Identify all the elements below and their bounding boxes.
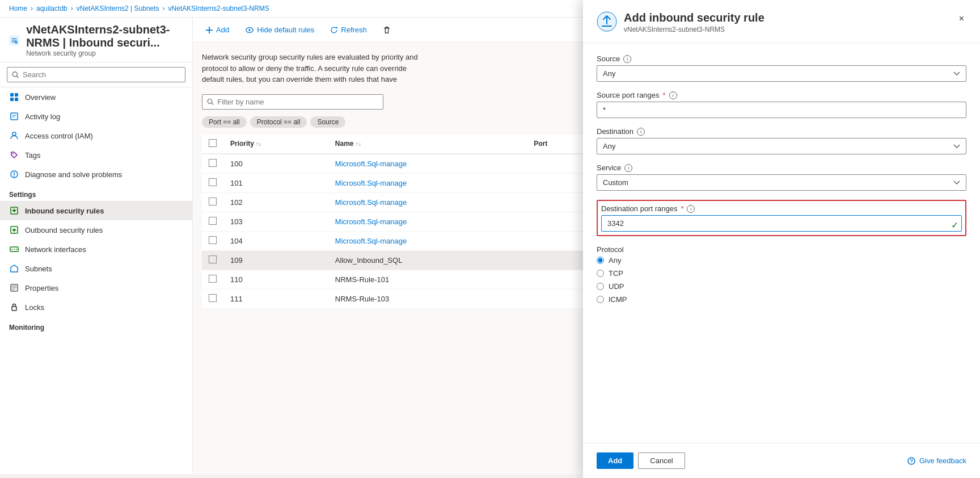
sidebar-item-network-interfaces[interactable]: Network interfaces [0, 240, 192, 259]
sidebar-item-label: Diagnose and solve problems [25, 170, 122, 179]
page-title: vNetAKSInterns2-subnet3-NRMS | Inbound s… [26, 23, 183, 49]
panel-body: Source i AnyIP AddressesService TagAppli… [583, 43, 980, 443]
sidebar-item-properties[interactable]: Properties [0, 278, 192, 297]
rule-name-link[interactable]: Microsoft.Sql-manage [335, 237, 407, 245]
feedback-icon [907, 456, 916, 466]
delete-button[interactable] [379, 24, 394, 36]
row-checkbox[interactable] [209, 275, 217, 283]
service-info-icon[interactable]: i [624, 164, 632, 172]
source-port-input[interactable] [597, 102, 966, 118]
filter-tag-port[interactable]: Port == all [202, 116, 247, 128]
row-checkbox[interactable] [209, 198, 217, 206]
priority-cell: 111 [223, 289, 328, 308]
delete-icon [383, 26, 391, 34]
sidebar-item-label: Outbound security rules [25, 226, 103, 234]
breadcrumb-subnet[interactable]: vNetAKSInterns2-subnet3-NRMS [168, 5, 269, 12]
svg-rect-5 [10, 98, 14, 101]
dest-port-input[interactable] [601, 215, 962, 232]
rule-name-link[interactable]: Microsoft.Sql-manage [335, 217, 407, 226]
svg-point-16 [16, 249, 17, 250]
sidebar-item-subnets[interactable]: Subnets [0, 259, 192, 278]
destination-info-icon[interactable]: i [637, 128, 645, 136]
give-feedback-link[interactable]: Give feedback [907, 456, 966, 466]
breadcrumb-home[interactable]: Home [9, 5, 27, 12]
tags-icon [9, 150, 19, 160]
select-all-checkbox[interactable] [209, 139, 217, 147]
protocol-tcp[interactable]: TCP [597, 269, 966, 278]
refresh-button[interactable]: Refresh [327, 23, 370, 36]
add-button[interactable]: Add [202, 23, 233, 36]
breadcrumb-resource-group[interactable]: aquilactdb [36, 5, 67, 12]
port-cell [527, 231, 590, 250]
sidebar-item-tags[interactable]: Tags [0, 145, 192, 165]
filter-input[interactable] [217, 98, 378, 106]
sidebar-item-label: Subnets [25, 265, 52, 273]
sidebar-item-outbound-security-rules[interactable]: Outbound security rules [0, 220, 192, 240]
sidebar-item-locks[interactable]: Locks [0, 297, 192, 317]
priority-header[interactable]: Priority ↑↓ [223, 135, 328, 154]
dest-port-form-group: Destination port ranges * i ✓ [597, 200, 966, 236]
source-port-label: Source port ranges [597, 91, 660, 99]
priority-cell: 101 [223, 173, 328, 192]
protocol-any[interactable]: Any [597, 256, 966, 265]
panel-icon [597, 11, 617, 32]
sidebar-item-label: Properties [25, 284, 58, 292]
search-icon [12, 71, 19, 79]
dest-port-info-icon[interactable]: i [687, 205, 695, 213]
sidebar-item-diagnose[interactable]: Diagnose and solve problems [0, 165, 192, 184]
row-checkbox[interactable] [209, 255, 217, 263]
filter-tag-protocol[interactable]: Protocol == all [250, 116, 307, 128]
row-checkbox[interactable] [209, 178, 217, 186]
service-form-group: Service i CustomHTTPHTTPSSSHRDPMS SQL [597, 163, 966, 191]
destination-label: Destination [597, 127, 633, 136]
row-checkbox[interactable] [209, 217, 217, 225]
destination-select[interactable]: AnyIP AddressesService TagApplication se… [597, 138, 966, 154]
row-checkbox[interactable] [209, 159, 217, 167]
panel-add-button[interactable]: Add [597, 452, 633, 469]
svg-point-15 [14, 249, 15, 250]
svg-point-20 [248, 29, 251, 31]
svg-point-24 [911, 462, 911, 463]
sidebar-item-inbound-security-rules[interactable]: Inbound security rules [0, 201, 192, 220]
sidebar-item-access-control[interactable]: Access control (IAM) [0, 126, 192, 145]
refresh-icon [330, 26, 338, 34]
svg-point-8 [12, 132, 16, 136]
dest-port-required: * [681, 204, 683, 213]
hide-default-rules-button[interactable]: Hide default rules [242, 23, 318, 36]
feedback-label: Give feedback [919, 456, 966, 465]
rule-name-link[interactable]: Microsoft.Sql-manage [335, 198, 407, 207]
name-header[interactable]: Name ↑↓ [328, 135, 527, 154]
sidebar-item-overview[interactable]: Overview [0, 87, 192, 107]
rule-name-link[interactable]: Microsoft.Sql-manage [335, 160, 407, 168]
page-subtitle: Network security group [26, 49, 183, 57]
name-cell[interactable]: Microsoft.Sql-manage [328, 192, 527, 212]
priority-cell: 109 [223, 250, 328, 270]
panel-close-button[interactable]: × [957, 11, 966, 26]
source-select[interactable]: AnyIP AddressesService TagApplication se… [597, 65, 966, 82]
name-cell[interactable]: Microsoft.Sql-manage [328, 154, 527, 174]
protocol-form-group: Protocol Any TCP UDP ICMP [597, 245, 966, 304]
source-port-info-icon[interactable]: i [669, 91, 677, 99]
panel-cancel-button[interactable]: Cancel [638, 452, 685, 469]
name-cell[interactable]: Microsoft.Sql-manage [328, 231, 527, 250]
overview-icon [9, 92, 19, 102]
row-checkbox[interactable] [209, 294, 217, 302]
port-cell [527, 212, 590, 231]
service-select[interactable]: CustomHTTPHTTPSSSHRDPMS SQL [597, 174, 966, 191]
sidebar-search-container [0, 62, 192, 87]
name-cell: NRMS-Rule-103 [328, 289, 527, 308]
sidebar-item-activity-log[interactable]: Activity log [0, 107, 192, 126]
name-cell[interactable]: Microsoft.Sql-manage [328, 212, 527, 231]
protocol-tcp-label: TCP [609, 269, 623, 278]
properties-icon [9, 283, 19, 293]
filter-tag-source[interactable]: Source [310, 116, 345, 128]
name-cell[interactable]: Microsoft.Sql-manage [328, 173, 527, 192]
subnets-icon [9, 263, 19, 274]
breadcrumb-vnet[interactable]: vNetAKSInterns2 | Subnets [77, 5, 159, 12]
protocol-icmp[interactable]: ICMP [597, 295, 966, 304]
search-input[interactable] [23, 70, 180, 79]
row-checkbox[interactable] [209, 236, 217, 244]
protocol-udp[interactable]: UDP [597, 282, 966, 291]
rule-name-link[interactable]: Microsoft.Sql-manage [335, 179, 407, 187]
source-info-icon[interactable]: i [623, 55, 631, 63]
